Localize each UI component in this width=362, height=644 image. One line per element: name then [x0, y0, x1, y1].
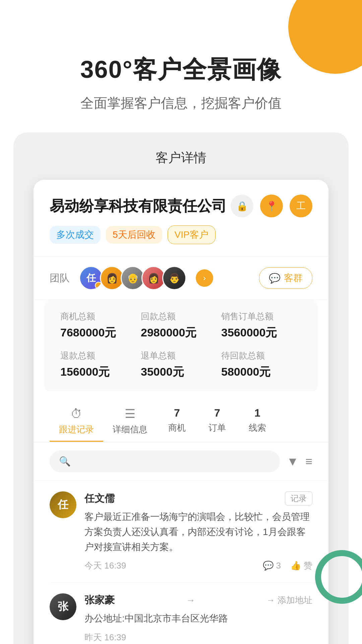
hero-title: 360°客户全景画像 [0, 54, 362, 86]
bg-card: 客户详情 易动纷享科技有限责任公司 🔒 📍 工 多次成交 5天后回收 VIP客户 [13, 132, 349, 644]
avatar-5[interactable]: 👨 [162, 266, 186, 290]
feed-time-0: 今天 16:39 [84, 560, 126, 572]
tab-lead-label: 线索 [249, 422, 266, 434]
stat-opportunity: 商机总额 7680000元 [60, 311, 141, 340]
main-card: 易动纷享科技有限责任公司 🔒 📍 工 多次成交 5天后回收 VIP客户 团队 [34, 180, 328, 644]
tab-followup[interactable]: ⏱ 跟进记录 [50, 401, 103, 442]
tab-opportunity[interactable]: 7 商机 [157, 401, 197, 442]
stat-value-4: 35000元 [141, 364, 221, 380]
like-icon: 👍 [290, 560, 301, 571]
feed-action-arrow: → [186, 595, 195, 606]
feed-avatar-img-0: 任 [50, 491, 76, 518]
record-tag-0: 记录 [285, 491, 312, 505]
tab-order-label: 订单 [208, 422, 226, 434]
stat-value-0: 7680000元 [60, 325, 141, 340]
team-section: 团队 任 👩 👴 👩 👨 › 💬 客群 [34, 257, 328, 300]
stat-label-4: 退单总额 [141, 350, 221, 362]
stat-pending-payment: 待回款总额 580000元 [221, 350, 302, 380]
tab-detail-label: 详细信息 [113, 424, 147, 435]
feed-header-1: 张家豪 → → 添加地址 [84, 593, 312, 607]
stat-label-2: 销售订单总额 [221, 311, 302, 322]
work-icon-btn[interactable]: 工 [290, 195, 312, 217]
stat-sales-order: 销售订单总额 3560000元 [221, 311, 302, 340]
tab-lead[interactable]: 1 线索 [237, 401, 278, 442]
feed-item-1: 张 张家豪 → → 添加地址 办公地址:中国北京市丰台区光华路 昨天 16:39 [50, 583, 312, 644]
stats-section: 商机总额 7680000元 回款总额 2980000元 销售订单总额 35600… [44, 300, 318, 391]
hero-subtitle: 全面掌握客户信息，挖掘客户价值 [0, 94, 362, 112]
comment-action[interactable]: 💬 3 [263, 560, 281, 572]
tab-lead-number: 1 [254, 407, 260, 419]
sort-icon[interactable]: ≡ [305, 454, 312, 469]
stat-payment: 回款总额 2980000元 [141, 311, 221, 340]
like-action[interactable]: 👍 赞 [290, 560, 312, 572]
feed-content-1: 张家豪 → → 添加地址 办公地址:中国北京市丰台区光华路 昨天 16:39 [84, 593, 312, 643]
feed-name-1: 张家豪 [84, 593, 115, 607]
filter-icon[interactable]: ▼ [287, 454, 299, 469]
feed-actions-0: 💬 3 👍 赞 [263, 560, 312, 572]
stat-label-0: 商机总额 [60, 311, 141, 322]
feed-avatar-0: 任 [50, 491, 76, 518]
search-bar[interactable]: 🔍 [50, 450, 280, 472]
location-icon-btn[interactable]: 📍 [260, 195, 283, 217]
stat-refund: 退款总额 156000元 [60, 350, 141, 380]
tab-order[interactable]: 7 订单 [197, 401, 237, 442]
stat-value-3: 156000元 [60, 364, 141, 380]
tags-row: 多次成交 5天后回收 VIP客户 [50, 225, 312, 244]
tabs-section: ⏱ 跟进记录 ☰ 详细信息 7 商机 7 订单 1 线索 [34, 399, 328, 442]
hero-section: 360°客户全景画像 全面掌握客户信息，挖掘客户价值 [0, 0, 362, 132]
tab-followup-label: 跟进记录 [59, 424, 94, 435]
stat-value-1: 2980000元 [141, 325, 221, 340]
company-name: 易动纷享科技有限责任公司 [50, 196, 227, 216]
customer-group-label: 客群 [284, 272, 303, 284]
customer-group-btn[interactable]: 💬 客群 [259, 267, 312, 289]
tag-multiple-deal[interactable]: 多次成交 [50, 226, 101, 244]
feed-section: 任 任文儒 记录 客户最近正准备一场海宁的演唱会，比较忙，会员管理方案负责人还没… [34, 481, 328, 644]
feed-header-0: 任文儒 记录 [84, 491, 312, 505]
feed-text-0: 客户最近正准备一场海宁的演唱会，比较忙，会员管理方案负责人还没认真看，内部还没有… [84, 509, 312, 554]
stat-value-2: 3560000元 [221, 325, 302, 340]
team-label: 团队 [50, 271, 70, 285]
more-members-btn[interactable]: › [196, 269, 213, 287]
tab-opportunity-number: 7 [174, 407, 180, 419]
bg-card-title: 客户详情 [34, 149, 328, 166]
company-icons: 🔒 📍 工 [231, 195, 312, 217]
search-icon: 🔍 [59, 456, 71, 467]
tab-detail[interactable]: ☰ 详细信息 [103, 401, 157, 442]
lock-icon-btn[interactable]: 🔒 [231, 195, 253, 217]
company-header: 易动纷享科技有限责任公司 🔒 📍 工 多次成交 5天后回收 VIP客户 [34, 180, 328, 257]
avatar-group: 任 👩 👴 👩 👨 [79, 266, 186, 290]
comment-count: 3 [276, 560, 281, 571]
feed-avatar-img-1: 张 [50, 593, 76, 620]
like-label: 赞 [304, 560, 312, 572]
company-top-row: 易动纷享科技有限责任公司 🔒 📍 工 [50, 195, 312, 217]
chat-icon: 💬 [269, 273, 281, 284]
followup-icon: ⏱ [70, 407, 82, 421]
card-wrapper: 客户详情 易动纷享科技有限责任公司 🔒 📍 工 多次成交 5天后回收 VIP客户 [13, 132, 349, 644]
stat-label-5: 待回款总额 [221, 350, 302, 362]
feed-content-0: 任文儒 记录 客户最近正准备一场海宁的演唱会，比较忙，会员管理方案负责人还没认真… [84, 491, 312, 572]
stat-cancel-order: 退单总额 35000元 [141, 350, 221, 380]
feed-detail-1: 办公地址:中国北京市丰台区光华路 [84, 611, 312, 626]
search-section: 🔍 ▼ ≡ [34, 442, 328, 481]
tab-opportunity-label: 商机 [168, 422, 186, 434]
stat-value-5: 580000元 [221, 364, 302, 380]
stat-label-1: 回款总额 [141, 311, 221, 322]
tag-recycle[interactable]: 5天后回收 [106, 226, 162, 244]
feed-name-0: 任文儒 [84, 492, 115, 505]
detail-icon: ☰ [125, 407, 135, 421]
feed-avatar-1: 张 [50, 593, 76, 620]
comment-icon: 💬 [263, 560, 274, 571]
stat-label-3: 退款总额 [60, 350, 141, 362]
feed-footer-0: 今天 16:39 💬 3 👍 赞 [84, 560, 312, 572]
feed-action-1: → 添加地址 [266, 594, 312, 606]
feed-item-0: 任 任文儒 记录 客户最近正准备一场海宁的演唱会，比较忙，会员管理方案负责人还没… [50, 481, 312, 583]
feed-footer-1: 昨天 16:39 [84, 632, 312, 643]
tab-order-number: 7 [214, 407, 220, 419]
feed-time-1: 昨天 16:39 [84, 632, 126, 643]
tag-vip[interactable]: VIP客户 [168, 225, 216, 244]
